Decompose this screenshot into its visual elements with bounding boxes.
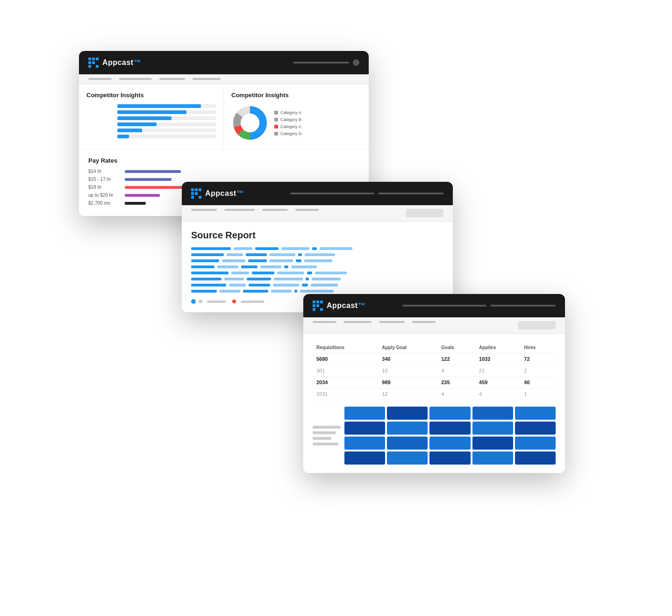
source-cell bbox=[229, 284, 246, 287]
logo-dot bbox=[191, 196, 194, 199]
logo-grid-2 bbox=[191, 188, 201, 199]
source-cell bbox=[284, 265, 288, 268]
subnav-toggle-3[interactable] bbox=[518, 321, 556, 329]
logo-dot bbox=[92, 61, 95, 64]
cell-applies: 4 bbox=[475, 388, 520, 400]
logo-dot bbox=[195, 188, 198, 191]
pay-label: up to $20 hr bbox=[88, 193, 121, 198]
subnav-item[interactable] bbox=[343, 321, 372, 323]
heatmap bbox=[313, 407, 556, 465]
card-source-report: Appcast™ Source Report bbox=[182, 182, 453, 312]
source-cell bbox=[291, 265, 317, 268]
logo-dot bbox=[320, 308, 323, 311]
source-row bbox=[191, 278, 443, 280]
source-cell bbox=[305, 253, 335, 256]
bar-fill bbox=[117, 129, 142, 132]
source-cell bbox=[294, 290, 297, 293]
subnav-item[interactable] bbox=[313, 321, 336, 323]
card3-header: Appcast™ bbox=[303, 294, 565, 317]
logo-dot bbox=[96, 65, 99, 68]
source-cell bbox=[248, 259, 267, 262]
logo-grid bbox=[88, 57, 99, 68]
source-cell bbox=[191, 278, 222, 280]
subnav-item[interactable] bbox=[159, 78, 185, 80]
source-cell bbox=[191, 284, 226, 287]
source-cell bbox=[231, 272, 249, 274]
source-cell bbox=[249, 284, 270, 287]
legend-item: Category D bbox=[274, 131, 302, 136]
pay-bar bbox=[125, 202, 146, 205]
cell-goals: 4 bbox=[437, 388, 475, 400]
pay-bar bbox=[125, 186, 186, 189]
source-cell bbox=[191, 247, 231, 250]
cell-req: 2034 bbox=[313, 377, 378, 388]
source-cell bbox=[222, 259, 245, 262]
source-row bbox=[191, 247, 443, 250]
pay-label: $18 hr bbox=[88, 185, 121, 190]
logo-dot bbox=[313, 304, 315, 307]
page-dot-red[interactable] bbox=[232, 300, 236, 303]
source-cell bbox=[243, 290, 268, 293]
pay-label: $14 hr bbox=[88, 169, 121, 174]
cell-req: 2031 bbox=[313, 388, 378, 400]
source-cell bbox=[191, 259, 219, 262]
heatmap-cell bbox=[344, 407, 385, 420]
cell-apply-goal: 340 bbox=[378, 353, 437, 365]
logo-dot bbox=[316, 304, 319, 307]
heatmap-cell bbox=[515, 451, 556, 465]
logo-text: Appcast™ bbox=[102, 58, 141, 67]
cell-apply-goal: 10 bbox=[378, 365, 437, 377]
card-requisitions: Appcast™ Requisitions Apply Goal Goa bbox=[303, 294, 565, 473]
subnav-item[interactable] bbox=[191, 209, 217, 211]
subnav-item[interactable] bbox=[119, 78, 152, 80]
logo-dot bbox=[96, 61, 99, 64]
card1-header: Appcast™ bbox=[79, 51, 369, 74]
card3-body: Requisitions Apply Goal Goals Applies Hi… bbox=[303, 334, 565, 473]
subnav-toggle[interactable] bbox=[406, 209, 443, 217]
subnav-item[interactable] bbox=[412, 321, 436, 323]
svg-point-5 bbox=[241, 114, 259, 132]
pay-rates-title: Pay Rates bbox=[88, 157, 359, 164]
heatmap-cell bbox=[472, 407, 513, 420]
cell-hires: 1 bbox=[520, 388, 556, 400]
requisitions-table: Requisitions Apply Goal Goals Applies Hi… bbox=[313, 342, 556, 400]
source-cell bbox=[281, 247, 309, 250]
legend-dot bbox=[274, 125, 278, 129]
bar-fill bbox=[117, 110, 186, 114]
source-row bbox=[191, 265, 443, 268]
subnav-spacer bbox=[326, 209, 399, 217]
logo-grid-3 bbox=[313, 301, 323, 311]
page-dot-active[interactable] bbox=[191, 299, 196, 304]
panel-left-title: Competitor Insights bbox=[86, 92, 216, 99]
pay-bar bbox=[125, 194, 160, 197]
subnav-item[interactable] bbox=[379, 321, 405, 323]
source-cell bbox=[304, 259, 332, 262]
logo-dot bbox=[313, 301, 315, 303]
source-cell bbox=[312, 278, 341, 280]
table-row: 301 10 4 21 2 bbox=[313, 365, 556, 377]
heatmap-label bbox=[313, 426, 341, 429]
source-cell bbox=[234, 247, 252, 250]
heatmap-cell bbox=[387, 407, 428, 420]
card2-header: Appcast™ bbox=[182, 182, 453, 205]
header-avatar bbox=[353, 59, 359, 66]
card1-body: Competitor Insights bbox=[79, 84, 369, 149]
bar-track bbox=[117, 104, 216, 108]
logo-dot bbox=[92, 65, 95, 68]
page-dot[interactable] bbox=[199, 300, 202, 303]
heatmap-cell bbox=[515, 407, 556, 420]
subnav-item[interactable] bbox=[295, 209, 319, 211]
donut-container: Category A Category B Category C Ca bbox=[231, 104, 361, 142]
bar-fill bbox=[117, 104, 201, 108]
heatmap-cell bbox=[344, 437, 385, 450]
subnav-item[interactable] bbox=[262, 209, 288, 211]
subnav-spacer bbox=[443, 321, 511, 329]
legend-dot bbox=[274, 132, 278, 136]
source-report-title: Source Report bbox=[191, 230, 443, 241]
subnav-item[interactable] bbox=[193, 78, 221, 80]
subnav-item[interactable] bbox=[224, 209, 255, 211]
subnav-item[interactable] bbox=[88, 78, 112, 80]
bar-fill bbox=[117, 135, 129, 138]
source-row bbox=[191, 253, 443, 256]
logo-dot bbox=[199, 188, 201, 191]
